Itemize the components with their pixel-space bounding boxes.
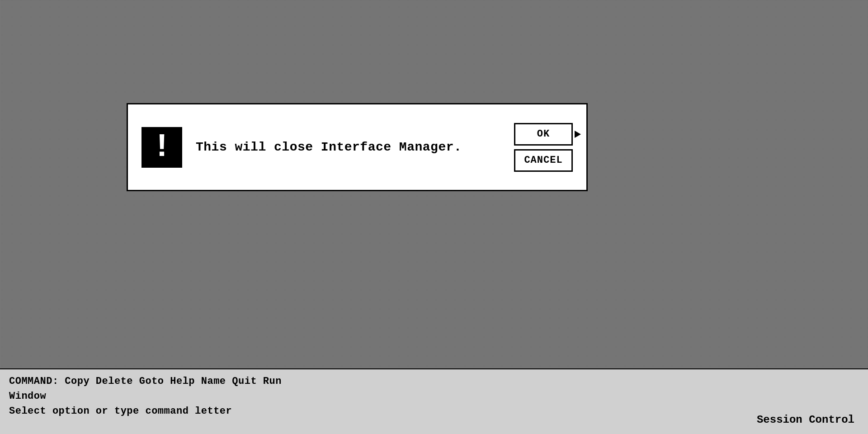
dialog-message: This will close Interface Manager. [196, 140, 500, 154]
dialog-buttons: OK CANCEL [514, 123, 573, 172]
session-control-label: Session Control [757, 414, 854, 426]
command-line2: Window [9, 389, 859, 404]
cancel-button[interactable]: CANCEL [514, 149, 573, 172]
command-line: COMMAND: Copy Delete Goto Help Name Quit… [9, 374, 859, 389]
warning-icon: ! [142, 127, 182, 168]
ok-button[interactable]: OK [514, 123, 573, 146]
status-bar: COMMAND: Copy Delete Goto Help Name Quit… [0, 368, 868, 434]
status-bar-content: COMMAND: Copy Delete Goto Help Name Quit… [9, 374, 859, 419]
ok-button-wrapper: OK [514, 123, 573, 146]
prompt-line: Select option or type command letter [9, 404, 859, 419]
dialog-box: ! This will close Interface Manager. OK … [127, 103, 588, 191]
cursor-icon [575, 131, 581, 138]
